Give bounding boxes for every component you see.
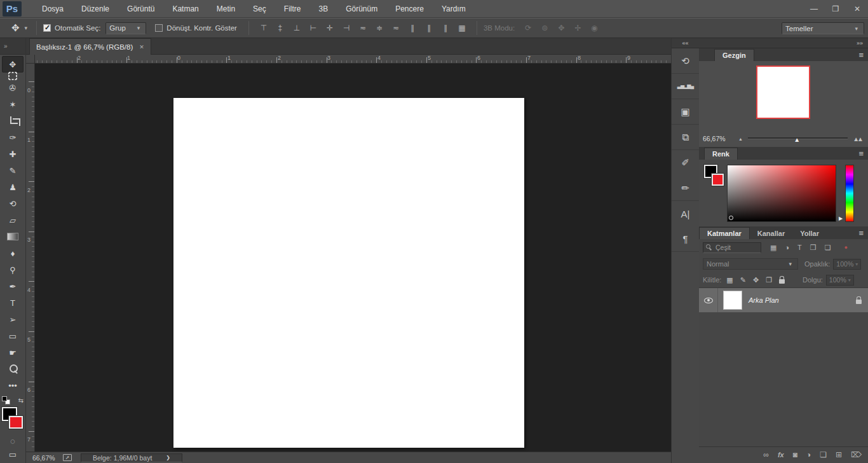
distribute-bottom-edges-icon[interactable]: ≂ [388, 24, 404, 32]
transform-controls-checkbox[interactable] [155, 24, 163, 32]
auto-select-target-dropdown[interactable]: Grup ▾ [105, 22, 146, 34]
hand-tool[interactable]: ☛ [2, 344, 24, 361]
filter-pixel-layers-icon[interactable]: ▦ [770, 244, 776, 252]
navigator-zoom-slider[interactable]: ▲ [748, 134, 848, 143]
menu-filtre[interactable]: Filtre [275, 0, 310, 18]
zoom-out-icon[interactable]: ▲ [738, 137, 743, 141]
tab-katmanlar[interactable]: Katmanlar [699, 227, 750, 239]
document-canvas[interactable] [173, 98, 524, 448]
panel-menu-icon[interactable]: ≡ [858, 149, 864, 158]
paragraph-panel-icon[interactable]: ¶ [672, 226, 699, 252]
tools-panel-expand[interactable]: » [0, 38, 25, 55]
menu-pencere[interactable]: Pencere [386, 0, 433, 18]
edit-toolbar-button[interactable]: ••• [2, 377, 24, 394]
eraser-tool[interactable]: ▱ [2, 212, 24, 228]
tab-gezgin[interactable]: Gezgin [714, 49, 754, 61]
align-top-edges-icon[interactable]: ⊤ [255, 24, 272, 32]
navigator-zoom-value[interactable]: 66,67% [703, 135, 733, 142]
hue-ramp[interactable] [845, 165, 854, 222]
pen-tool[interactable]: ✒ [2, 278, 24, 294]
rectangular-marquee-tool[interactable] [8, 73, 17, 79]
tool-preset-chevron-icon[interactable]: ▾ [25, 25, 28, 31]
add-layer-mask-icon[interactable]: ◙ [793, 450, 797, 459]
blend-mode-dropdown[interactable]: Normal ▾ [703, 258, 798, 270]
tab-yollar[interactable]: Yollar [792, 227, 827, 239]
menu-goruntu[interactable]: Görüntü [118, 0, 163, 18]
quick-mask-button[interactable]: ◌ [0, 436, 25, 446]
distribute-top-edges-icon[interactable]: ≂ [355, 24, 371, 32]
layer-filter-search[interactable]: Çeşit [703, 242, 761, 253]
screen-mode-button[interactable]: ▭ [0, 450, 25, 459]
filter-shape-layers-icon[interactable]: ❒ [810, 244, 817, 252]
eyedropper-tool[interactable]: ✑ [2, 129, 24, 146]
document-tab-close-icon[interactable]: ✕ [139, 44, 144, 50]
auto-align-layers-icon[interactable]: ▦ [454, 24, 470, 32]
gradient-tool[interactable] [2, 228, 24, 245]
align-vertical-centers-icon[interactable]: ‡ [272, 24, 288, 32]
blur-tool[interactable]: ♦ [2, 245, 24, 261]
dodge-tool[interactable]: ⚲ [2, 261, 24, 278]
status-chevron-icon[interactable]: ❯ [166, 455, 170, 460]
background-color-swatch[interactable] [9, 416, 23, 429]
new-group-icon[interactable]: ❏ [820, 450, 827, 459]
filter-adjustment-layers-icon[interactable]: ◑ [785, 244, 789, 251]
layer-row[interactable]: Arka Plan [699, 288, 868, 312]
link-layers-icon[interactable]: ∞ [763, 450, 769, 459]
history-panel-icon[interactable]: ⟲ [672, 48, 699, 74]
lock-paint-icon[interactable]: ✎ [740, 276, 746, 284]
color-background-swatch[interactable] [712, 174, 724, 186]
crop-tool[interactable] [2, 113, 24, 129]
quick-selection-tool[interactable]: ✶ [2, 96, 24, 113]
workspace-dropdown[interactable]: Temeller ▾ [782, 22, 864, 34]
align-right-edges-icon[interactable]: ⊣ [338, 24, 355, 32]
menu-sec[interactable]: Seç [244, 0, 275, 18]
tab-renk[interactable]: Renk [704, 148, 738, 160]
distribute-left-edges-icon[interactable]: ∥ [404, 24, 421, 32]
spot-healing-brush-tool[interactable]: ✚ [2, 146, 24, 162]
path-selection-tool[interactable]: ➢ [2, 311, 24, 328]
panel-menu-icon[interactable]: ≡ [858, 228, 864, 238]
close-button[interactable]: ✕ [846, 0, 868, 18]
layer-comps-panel-icon[interactable]: ⧉ [672, 125, 699, 150]
align-left-edges-icon[interactable]: ⊢ [305, 24, 322, 32]
auto-select-checkbox[interactable] [43, 24, 51, 32]
menu-duzenle[interactable]: Düzenle [72, 0, 118, 18]
menu-yardim[interactable]: Yardım [433, 0, 475, 18]
saturation-brightness-field[interactable] [727, 165, 836, 222]
canvas-viewport[interactable]: 210123456789 01234567 [26, 55, 671, 452]
histogram-panel-icon[interactable]: ▃▅▂▆▄ [672, 74, 699, 99]
distribute-right-edges-icon[interactable]: ∥ [437, 24, 454, 32]
new-adjustment-layer-icon[interactable]: ◑ [806, 450, 811, 459]
history-brush-tool[interactable]: ⟲ [2, 195, 24, 212]
lock-transparency-icon[interactable]: ▦ [726, 276, 733, 284]
menu-gorunum[interactable]: Görünüm [337, 0, 386, 18]
color-picker-ring[interactable] [729, 216, 733, 220]
align-bottom-edges-icon[interactable]: ⊥ [288, 24, 305, 32]
properties-panel-icon[interactable]: ▣ [672, 99, 699, 125]
layer-effects-icon[interactable]: fx [778, 451, 784, 459]
minimize-button[interactable]: — [803, 0, 825, 18]
layer-thumbnail[interactable] [723, 291, 742, 310]
status-zoom-field[interactable]: 66,67% [32, 454, 60, 462]
brush-tool[interactable]: ✎ [2, 162, 24, 179]
navigator-preview[interactable] [756, 66, 810, 119]
zoom-in-icon[interactable]: ▲▲ [853, 135, 862, 142]
lock-position-icon[interactable]: ✥ [753, 276, 759, 284]
export-icon[interactable]: ➚ [63, 454, 72, 461]
restore-button[interactable]: ❐ [825, 0, 846, 18]
lock-artboard-icon[interactable]: ❐ [766, 276, 772, 284]
expand-panels-button[interactable]: «« [672, 38, 699, 48]
panel-menu-icon[interactable]: ≡ [858, 50, 864, 60]
zoom-tool[interactable] [2, 361, 24, 377]
distribute-horizontal-centers-icon[interactable]: ∥ [421, 24, 437, 32]
slider-thumb[interactable]: ▲ [794, 136, 800, 143]
filter-smart-objects-icon[interactable]: ❏ [825, 244, 831, 252]
swap-colors-icon[interactable]: ⇆ [18, 397, 24, 404]
type-tool[interactable]: T [2, 294, 24, 311]
document-info-box[interactable]: Belge: 1,96M/0 bayt ❯ [81, 453, 182, 462]
document-tab[interactable]: Başlıksız-1 @ 66,7% (RGB/8) ✕ [29, 38, 151, 55]
filter-toggle-icon[interactable]: ● [844, 244, 848, 251]
default-colors-icon[interactable] [2, 396, 10, 404]
tab-kanallar[interactable]: Kanallar [750, 227, 792, 239]
layer-visibility-toggle[interactable] [699, 288, 718, 312]
